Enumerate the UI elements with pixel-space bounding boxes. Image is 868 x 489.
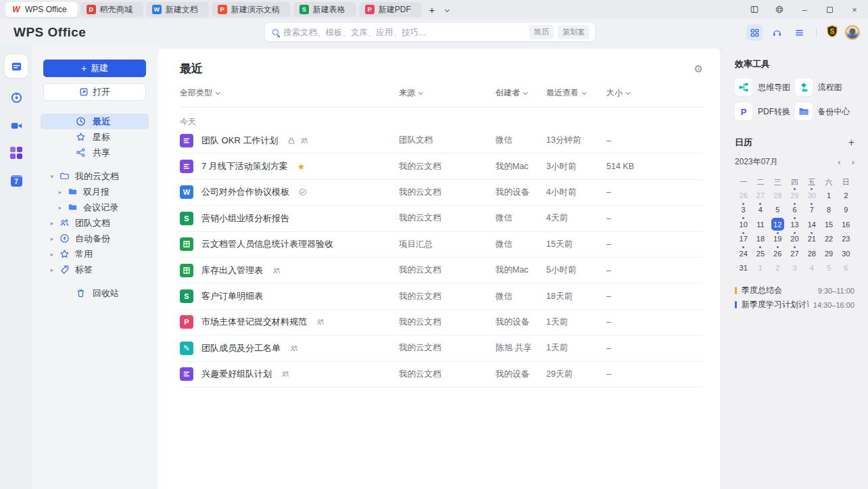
sidebar-item-auto-backup[interactable]: ▸ 自动备份 xyxy=(32,231,157,246)
calendar-day[interactable]: 9 xyxy=(838,203,854,218)
calendar-day[interactable]: 24 xyxy=(735,246,752,261)
calendar-day[interactable]: 29 xyxy=(786,188,803,203)
calendar-day[interactable]: 6 xyxy=(786,203,803,218)
file-row[interactable]: 云文档管人员信息统计表理器验收项目汇总微信15天前– xyxy=(180,232,703,258)
file-row[interactable]: 库存出入管理表我的云文档我的Mac5小时前– xyxy=(180,258,703,283)
file-row[interactable]: S客户订单明细表我的云文档微信18天前– xyxy=(180,283,703,309)
calendar-day[interactable]: 6 xyxy=(838,261,854,276)
tab-list-dropdown[interactable] xyxy=(442,2,453,17)
calendar-day[interactable]: 11 xyxy=(752,217,769,232)
calendar-day[interactable]: 8 xyxy=(820,203,837,218)
calendar-day[interactable]: 2 xyxy=(769,261,786,276)
calendar-day[interactable]: 25 xyxy=(752,246,769,261)
apps-grid-icon[interactable] xyxy=(746,24,763,41)
calendar-day[interactable]: 20 xyxy=(786,232,803,247)
caret-right-icon[interactable]: ▸ xyxy=(49,251,55,258)
calendar-day[interactable]: 4 xyxy=(803,261,820,276)
file-row[interactable]: W公司对外合作协议模板我的云文档我的设备4小时前– xyxy=(180,180,703,206)
calendar-day[interactable]: 21 xyxy=(803,232,820,247)
open-button[interactable]: 打开 xyxy=(43,83,146,101)
calendar-day[interactable]: 28 xyxy=(803,246,820,261)
calendar-day[interactable]: 1 xyxy=(752,261,769,276)
member-shield-icon[interactable]: S xyxy=(825,24,839,41)
globe-icon[interactable] xyxy=(774,4,785,15)
rail-item-docs[interactable] xyxy=(5,55,28,78)
calendar-day[interactable]: 27 xyxy=(752,188,769,203)
caret-right-icon[interactable]: ▸ xyxy=(57,189,64,195)
file-row[interactable]: S营销小组业绩分析报告我的云文档微信4天前– xyxy=(180,206,703,231)
calendar-day[interactable]: 5 xyxy=(820,261,837,276)
calendar-day[interactable]: 4 xyxy=(752,203,769,218)
sidebar-toggle-icon[interactable] xyxy=(749,4,760,15)
new-button[interactable]: + 新建 xyxy=(43,60,146,77)
sidebar-item-bimonthly-report[interactable]: ▸ 双月报 xyxy=(32,184,157,200)
sidebar-item-trash[interactable]: 回收站 xyxy=(41,285,149,301)
tab-wps-office[interactable]: W WPS Office xyxy=(5,2,78,17)
file-row[interactable]: 7 月线下活动策划方案★我的云文档我的Mac3小时前514 KB xyxy=(180,154,703,179)
menu-icon[interactable] xyxy=(791,24,807,41)
search-input[interactable] xyxy=(283,28,525,37)
filter-last-viewed[interactable]: 最近查看 xyxy=(546,87,606,99)
calendar-day[interactable]: 16 xyxy=(838,217,854,232)
filter-creator[interactable]: 创建者 xyxy=(496,87,546,99)
caret-right-icon[interactable]: ▸ xyxy=(57,204,64,211)
sidebar-item-starred[interactable]: 星标 xyxy=(41,129,149,145)
next-month-button[interactable]: › xyxy=(852,157,854,167)
tab-new-pdf[interactable]: P 新建PDF xyxy=(359,2,422,17)
close-button[interactable]: × xyxy=(849,4,860,15)
sidebar-item-meeting-notes[interactable]: ▸ 会议记录 xyxy=(32,200,157,215)
avatar[interactable] xyxy=(845,25,860,40)
rail-item-calendar[interactable]: 7 xyxy=(8,172,24,189)
calendar-day[interactable]: 7 xyxy=(803,203,820,218)
calendar-day[interactable]: 2 xyxy=(838,188,854,203)
rail-item-apps[interactable] xyxy=(8,145,24,161)
filter-source[interactable]: 来源 xyxy=(399,87,496,99)
calendar-day[interactable]: 30 xyxy=(838,246,854,261)
filter-size[interactable]: 大小 xyxy=(606,87,703,99)
calendar-day[interactable]: 18 xyxy=(752,232,769,247)
event-item[interactable]: 新季度学习计划讨论 14:30–16:00 xyxy=(735,298,854,312)
sidebar-item-frequent[interactable]: ▸ 常用 xyxy=(32,246,157,262)
tool-mindmap[interactable]: 思维导图 xyxy=(735,78,795,96)
calendar-day-selected[interactable]: 12 xyxy=(769,217,786,232)
new-tab-button[interactable]: + xyxy=(425,2,439,17)
prev-month-button[interactable]: ‹ xyxy=(838,157,840,167)
sidebar-item-tags[interactable]: ▸ 标签 xyxy=(32,262,157,277)
calendar-day[interactable]: 23 xyxy=(838,232,854,247)
caret-right-icon[interactable]: ▸ xyxy=(49,266,55,273)
calendar-day[interactable]: 22 xyxy=(820,232,837,247)
add-event-button[interactable]: + xyxy=(848,137,854,149)
caret-right-icon[interactable]: ▸ xyxy=(49,220,55,227)
file-row[interactable]: ✎团队成员及分工名单我的云文档陈旭 共享1天前– xyxy=(180,335,703,361)
tab-new-presentation[interactable]: P 新建演示文稿 xyxy=(212,2,291,17)
sidebar-item-team-docs[interactable]: ▸ 团队文档 xyxy=(32,215,157,231)
search-tag-proposal[interactable]: 策划案 xyxy=(558,25,589,39)
calendar-day[interactable]: 14 xyxy=(803,217,820,232)
sidebar-item-shared[interactable]: 共享 xyxy=(41,145,149,160)
gear-icon[interactable]: ⚙ xyxy=(694,63,703,75)
calendar-day[interactable]: 13 xyxy=(786,217,803,232)
tab-docer-mall[interactable]: D 稻壳商城 xyxy=(80,2,143,17)
filter-all-types[interactable]: 全部类型 xyxy=(180,87,399,99)
file-row[interactable]: P市场主体登记提交材料规范我的云文档我的设备1天前– xyxy=(180,310,703,335)
maximize-button[interactable] xyxy=(824,4,835,15)
calendar-day[interactable]: 17 xyxy=(735,232,752,247)
calendar-day[interactable]: 3 xyxy=(786,261,803,276)
tab-new-document[interactable]: W 新建文档 xyxy=(146,2,209,17)
caret-right-icon[interactable]: ▸ xyxy=(49,235,55,242)
calendar-day[interactable]: 28 xyxy=(769,188,786,203)
calendar-day[interactable]: 1 xyxy=(820,188,837,203)
calendar-day[interactable]: 3 xyxy=(735,203,752,218)
minimize-button[interactable]: – xyxy=(799,4,810,15)
calendar-day[interactable]: 10 xyxy=(735,217,752,232)
rail-item-video[interactable] xyxy=(8,117,24,133)
calendar-day[interactable]: 26 xyxy=(769,246,786,261)
support-headset-icon[interactable] xyxy=(769,24,785,41)
search-tag-resume[interactable]: 简历 xyxy=(529,25,554,39)
calendar-day[interactable]: 15 xyxy=(820,217,837,232)
tool-backup-center[interactable]: 备份中心 xyxy=(795,103,855,120)
calendar-day[interactable]: 26 xyxy=(735,188,752,203)
tool-pdf-convert[interactable]: P PDF转换 xyxy=(735,103,795,120)
calendar-day[interactable]: 29 xyxy=(820,246,837,261)
tab-new-spreadsheet[interactable]: S 新建表格 xyxy=(293,2,356,17)
